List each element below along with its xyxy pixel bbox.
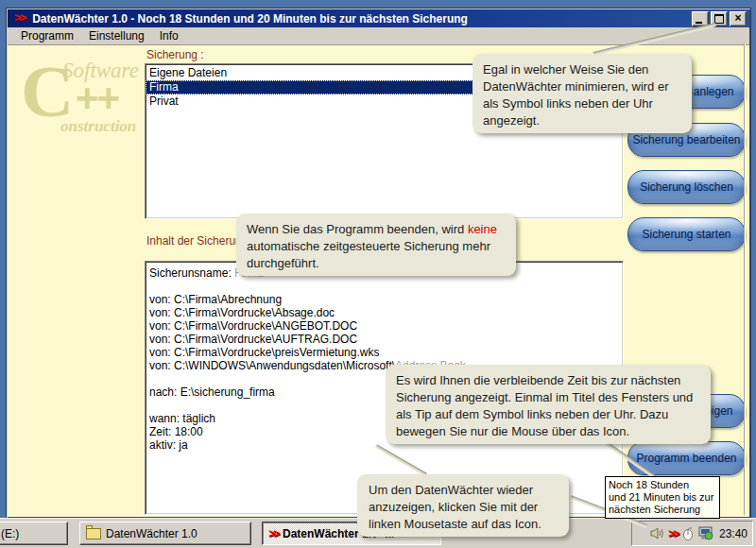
vendor-logo: C Software ++ onstruction	[21, 59, 163, 148]
source-path: von: C:\Firma\Vordrucke\AUFTRAG.DOC	[149, 333, 619, 346]
mouse-icon[interactable]	[681, 526, 695, 540]
tray-clock: 23:40	[719, 527, 747, 540]
delete-backup-button[interactable]: Sicherung löschen	[627, 170, 746, 204]
datenwaechter-tray-icon[interactable]: >>	[668, 527, 678, 540]
folder-button-label: DatenWächter 1.0	[106, 527, 198, 540]
source-path: von: C:\Firma\Vordrucke\preisVermietung.…	[149, 346, 619, 359]
taskbar-folder-button[interactable]: DatenWächter 1.0	[79, 522, 251, 545]
start-backup-button[interactable]: Sicherung starten	[627, 217, 746, 251]
quit-hint-text: Wenn Sie das Programm beenden, wird	[247, 222, 468, 236]
app-icon-small: >>	[268, 527, 278, 540]
tray-tooltip-line: und 21 Minuten bis zur	[609, 491, 716, 504]
quit-hint-emphasis: keine	[468, 222, 497, 236]
source-path: von: C:\WINDOWS\Anwendungsdaten\Microsof…	[149, 359, 395, 372]
system-tray: >> 23:40	[631, 521, 753, 546]
minimize-icon	[696, 22, 702, 24]
folder-icon	[86, 528, 101, 539]
tray-tooltip-line: Noch 18 Stunden	[609, 479, 716, 491]
tooltip-time-hint: Es wird Ihnen die verbleibende Zeit bis …	[386, 365, 711, 444]
close-icon: ×	[730, 11, 746, 25]
tooltip-restore-hint: Um den DatenWächter wieder anzuzeigen, k…	[357, 474, 569, 537]
panel-divider	[744, 43, 746, 515]
window-controls: ×	[692, 11, 747, 26]
network-computer-icon[interactable]	[698, 526, 713, 540]
drive-button-label: (E:)	[1, 527, 19, 540]
menu-einstellung[interactable]: Einstellung	[81, 29, 152, 43]
titlebar[interactable]: >> DatenWächter 1.0 - Noch 18 Stunden un…	[8, 9, 749, 27]
volume-icon[interactable]	[650, 526, 664, 540]
tooltip-quit-hint: Wenn Sie das Programm beenden, wird kein…	[236, 214, 516, 276]
logo-word-bottom: onstruction	[60, 117, 136, 136]
app-icon: >>	[14, 10, 25, 25]
close-button[interactable]: ×	[730, 11, 747, 26]
backup-list-label: Sicherung :	[146, 48, 204, 61]
source-path: von: C:\Firma\Abrechnung	[149, 293, 619, 306]
tray-time-tooltip: Noch 18 Stunden und 21 Minuten bis zur n…	[605, 476, 720, 519]
maximize-icon	[714, 14, 724, 24]
source-path: von: C:\Firma\Vordrucke\ANGEBOT.DOC	[149, 319, 619, 333]
content-label: Inhalt der Sicherung	[146, 234, 248, 248]
logo-plusplus: ++	[76, 76, 118, 121]
source-path: von: C:\Firma\Vordrucke\Absage.doc	[149, 306, 619, 319]
menu-info[interactable]: Info	[152, 29, 186, 43]
quit-hint-text2: automatische zeitgesteuerte Sicherung me…	[247, 239, 490, 270]
tooltip-minimize-hint: Egal in welcher Weise Sie den DatenWächt…	[472, 54, 692, 133]
backup-name-label: Sicherunsname:	[149, 266, 234, 280]
window-title: DatenWächter 1.0 - Noch 18 Stunden und 2…	[32, 12, 468, 26]
taskbar-drive-button[interactable]: (E:)	[0, 522, 68, 545]
tray-tooltip-line: nächsten Sicherung	[609, 504, 716, 516]
menu-programm[interactable]: Programm	[13, 29, 81, 43]
